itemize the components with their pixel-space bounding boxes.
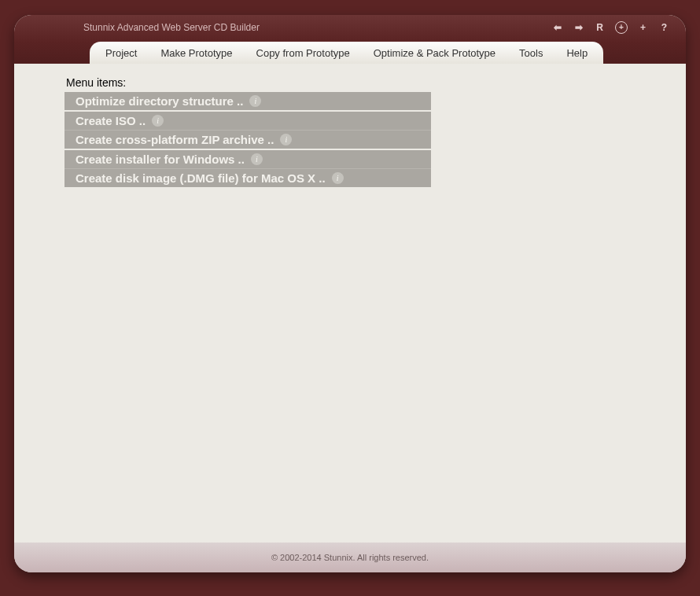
menu-item-label: Create disk image (.DMG file) for Mac OS… <box>76 171 326 185</box>
menu-heading: Menu items: <box>66 76 686 89</box>
menu-item-optimize-directory[interactable]: Optimize directory structure .. i <box>64 92 431 110</box>
main-tabs: Project Make Prototype Copy from Prototy… <box>90 42 603 64</box>
menu-item-label: Create installer for Windows .. <box>76 153 245 166</box>
help-icon[interactable]: ? <box>658 22 670 34</box>
add-icon[interactable]: + <box>637 22 649 34</box>
header-toolbar: ⬅ ➡ R + + ? <box>551 21 670 34</box>
menu-item-create-zip[interactable]: Create cross-platform ZIP archive .. i <box>64 131 431 149</box>
info-icon[interactable]: i <box>249 95 261 107</box>
tab-optimize-pack-prototype[interactable]: Optimize & Pack Prototype <box>374 47 496 59</box>
back-icon[interactable]: ⬅ <box>551 22 563 34</box>
menu-item-label: Create ISO .. <box>76 114 146 127</box>
info-icon[interactable]: i <box>280 134 292 145</box>
zoom-in-icon[interactable]: + <box>615 21 628 34</box>
info-icon[interactable]: i <box>152 115 164 127</box>
menu-list: Optimize directory structure .. i Create… <box>64 92 431 187</box>
menu-item-create-dmg[interactable]: Create disk image (.DMG file) for Mac OS… <box>64 169 431 187</box>
app-title: Stunnix Advanced Web Server CD Builder <box>83 22 260 33</box>
refresh-icon[interactable]: R <box>594 22 606 34</box>
tab-make-prototype[interactable]: Make Prototype <box>160 47 232 59</box>
content-area: Menu items: Optimize directory structure… <box>14 64 686 543</box>
tab-project[interactable]: Project <box>105 47 137 59</box>
menu-group: Create ISO .. i Create cross-platform ZI… <box>64 112 431 149</box>
tab-help[interactable]: Help <box>566 47 588 59</box>
header-bar: Stunnix Advanced Web Server CD Builder ⬅… <box>14 15 686 64</box>
info-icon[interactable]: i <box>332 172 344 184</box>
footer-text: © 2002-2014 Stunnix. All rights reserved… <box>271 553 429 562</box>
menu-group: Create installer for Windows .. i Create… <box>64 150 431 187</box>
menu-group: Optimize directory structure .. i <box>64 92 431 110</box>
menu-item-label: Optimize directory structure .. <box>76 94 243 108</box>
tab-tools[interactable]: Tools <box>519 47 543 59</box>
menu-item-create-windows-installer[interactable]: Create installer for Windows .. i <box>64 150 431 169</box>
forward-icon[interactable]: ➡ <box>573 22 584 34</box>
info-icon[interactable]: i <box>251 153 263 165</box>
menu-item-create-iso[interactable]: Create ISO .. i <box>64 112 431 131</box>
tab-copy-from-prototype[interactable]: Copy from Prototype <box>256 47 350 59</box>
menu-item-label: Create cross-platform ZIP archive .. <box>76 133 274 146</box>
footer: © 2002-2014 Stunnix. All rights reserved… <box>14 543 686 572</box>
